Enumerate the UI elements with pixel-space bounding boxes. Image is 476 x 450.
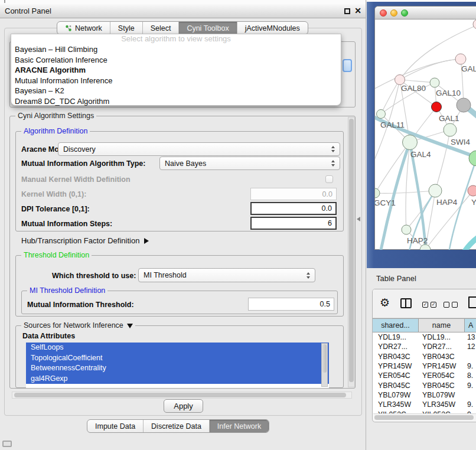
- close-icon[interactable]: ✕: [354, 4, 361, 18]
- network-tab-icon: [65, 25, 72, 32]
- table-row[interactable]: YBR043CYBR043C: [373, 352, 476, 361]
- tab-network[interactable]: Network: [57, 22, 110, 34]
- deselect-all-checks-icon[interactable]: [444, 302, 458, 308]
- table-row[interactable]: YPR145WYPR145W9.: [373, 361, 476, 371]
- mi-algorithm-type-combo[interactable]: Naive Bayes: [159, 156, 340, 170]
- table-horizontal-scrollbar[interactable]: [373, 413, 476, 421]
- apply-button[interactable]: Apply: [164, 399, 203, 413]
- aracne-mode-combo[interactable]: Discovery: [58, 142, 340, 156]
- select-all-checks-icon[interactable]: [422, 302, 436, 308]
- table-cell: YPR145W: [373, 362, 419, 370]
- network-view-window[interactable]: GALGAL80GAL10GAL1GAL11SWI4GAL4GCY1HAP4YH…: [374, 6, 476, 250]
- node-label: GCY1: [375, 198, 396, 207]
- hub-section-toggle[interactable]: Hub/Transcription Factor Definition: [21, 236, 149, 245]
- network-node[interactable]: [395, 75, 405, 85]
- tab-label: Select: [151, 24, 171, 32]
- tab-impute-data[interactable]: Impute Data: [87, 420, 143, 432]
- tab-discretize-data[interactable]: Discretize Data: [143, 420, 209, 432]
- expand-right-icon: [144, 238, 149, 244]
- kernel-width-field[interactable]: [250, 188, 337, 200]
- algorithm-option[interactable]: Mutual Information Inference: [11, 76, 341, 86]
- close-traffic-light-icon[interactable]: [380, 9, 387, 17]
- algorithm-dropdown-popup: Select algorithm to view settings Bayesi…: [11, 34, 341, 106]
- network-node[interactable]: [444, 123, 457, 136]
- dpi-tolerance-field[interactable]: [250, 202, 337, 215]
- network-node[interactable]: [473, 19, 476, 29]
- table-cell: YBR045C: [419, 381, 465, 390]
- network-node[interactable]: [403, 135, 418, 150]
- zoom-traffic-light-icon[interactable]: [401, 9, 408, 17]
- network-window-titlebar[interactable]: [375, 6, 476, 19]
- network-node[interactable]: [429, 184, 442, 197]
- column-header-truncated[interactable]: A: [465, 319, 476, 332]
- table-cell: YBL079W: [419, 391, 465, 399]
- network-node[interactable]: [432, 102, 442, 112]
- network-node[interactable]: [375, 188, 380, 198]
- mi-steps-field[interactable]: [250, 217, 337, 230]
- table-cell: 12: [465, 343, 476, 351]
- attribute-item[interactable]: gal4RGexp: [26, 374, 329, 384]
- table-row[interactable]: YLR345WYLR345W9.: [373, 400, 476, 409]
- control-panel-tabs: Network Style Select Cyni Toolbox jActiv…: [57, 21, 308, 35]
- table-cell: 9.: [465, 381, 476, 390]
- network-node[interactable]: [469, 151, 476, 166]
- settings-vertical-scrollbar[interactable]: [348, 117, 355, 387]
- mi-threshold-group-title: MI Threshold Definition: [27, 286, 107, 295]
- tab-infer-network[interactable]: Infer Network: [209, 420, 269, 432]
- algorithm-option[interactable]: Bayesian – K2: [11, 86, 341, 96]
- algorithm-option[interactable]: Dream8 DC_TDC Algorithm: [11, 96, 341, 107]
- table-row[interactable]: YBL079WYBL079W: [373, 390, 476, 400]
- scrollbar-thumb[interactable]: [322, 344, 327, 373]
- columns-icon[interactable]: [400, 298, 412, 308]
- network-node[interactable]: [455, 54, 466, 64]
- mi-threshold-label: Mutual Information Threshold:: [27, 301, 134, 309]
- attribute-item[interactable]: BetweennessCentrality: [26, 363, 329, 374]
- tab-style[interactable]: Style: [110, 22, 142, 34]
- network-node[interactable]: [377, 110, 386, 119]
- attribute-item[interactable]: SelfLoops: [26, 343, 329, 353]
- data-attributes-label: Data Attributes: [22, 332, 75, 340]
- table-header: shared... name A: [373, 318, 476, 332]
- table-row[interactable]: YBR045CYBR045C9.: [373, 380, 476, 390]
- data-attributes-list[interactable]: SelfLoopsTopologicalCoefficientBetweenne…: [26, 343, 329, 388]
- attribute-item[interactable]: TopologicalCoefficient: [26, 353, 329, 364]
- algorithm-option[interactable]: Basic Correlation Inference: [11, 55, 341, 66]
- minimized-panel-chip[interactable]: [2, 441, 12, 447]
- manual-kernel-checkbox[interactable]: [325, 175, 333, 183]
- tab-jactivemnodules[interactable]: jActiveMNodules: [237, 22, 308, 34]
- float-window-icon[interactable]: [344, 8, 350, 14]
- which-threshold-combo[interactable]: MI Threshold: [138, 268, 315, 282]
- algorithm-option[interactable]: Bayesian – Hill Climbing: [11, 44, 341, 55]
- gear-icon[interactable]: ⚙: [380, 296, 390, 309]
- column-header-shared-name[interactable]: shared...: [373, 319, 419, 332]
- sources-title[interactable]: Sources for Network Inference: [21, 321, 135, 330]
- scrollbar-thumb[interactable]: [14, 393, 346, 397]
- algorithm-option[interactable]: ARACNE Algorithm: [11, 65, 341, 76]
- network-node[interactable]: [457, 98, 471, 112]
- tab-cyni-toolbox[interactable]: Cyni Toolbox: [178, 22, 236, 34]
- settings-horizontal-scrollbar[interactable]: [12, 392, 352, 399]
- tab-label: jActiveMNodules: [245, 24, 300, 32]
- splitter-collapse-icon[interactable]: [357, 217, 360, 221]
- column-header-name[interactable]: name: [419, 319, 465, 332]
- control-panel-titlebar[interactable]: Control Panel ✕: [0, 4, 366, 18]
- table-row[interactable]: YER054CYER054C8.: [373, 371, 476, 380]
- node-label: GAL4: [410, 150, 431, 159]
- table-cell: 8.: [465, 371, 476, 380]
- network-node[interactable]: [430, 78, 439, 87]
- mi-threshold-field[interactable]: [248, 298, 334, 311]
- tab-select[interactable]: Select: [142, 22, 179, 34]
- focused-spinner-fragment[interactable]: [343, 59, 352, 72]
- scrollbar-thumb[interactable]: [349, 119, 354, 382]
- attributes-scrollbar[interactable]: [321, 343, 328, 387]
- table-cell: 9.: [465, 400, 476, 409]
- frame-tick: [4, 0, 5, 3]
- table-row[interactable]: YDR27...YDR27...12: [373, 342, 476, 351]
- minimize-traffic-light-icon[interactable]: [390, 9, 397, 17]
- table-row[interactable]: YDL19...YDL19...13: [373, 332, 476, 342]
- network-node[interactable]: [402, 225, 411, 234]
- network-node[interactable]: [468, 185, 476, 196]
- document-icon[interactable]: [468, 296, 476, 308]
- node-label: GAL11: [380, 120, 405, 129]
- scrollbar-thumb[interactable]: [374, 415, 474, 420]
